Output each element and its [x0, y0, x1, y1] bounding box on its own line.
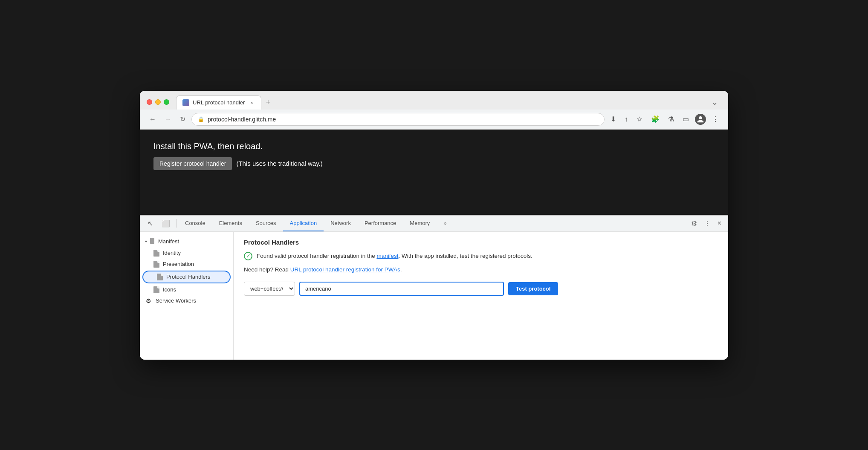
extensions-icon[interactable]: 🧩 [648, 113, 662, 125]
success-row: ✓ Found valid protocol handler registrat… [244, 252, 718, 260]
new-tab-button[interactable]: + [261, 95, 275, 110]
device-toolbar-button[interactable]: ⬜ [157, 216, 174, 231]
icons-file-icon [153, 286, 159, 293]
tab-sources[interactable]: Sources [249, 216, 283, 231]
sidebar-item-icons[interactable]: Icons [140, 284, 233, 295]
success-text-2: . With the app installed, test the regis… [398, 253, 532, 259]
address-bar: ← → ↻ 🔒 protocol-handler.glitch.me ⬇ ↑ ☆… [140, 110, 728, 130]
url-bar[interactable]: 🔒 protocol-handler.glitch.me [191, 113, 605, 126]
devtools-close-button[interactable]: × [714, 217, 725, 230]
help-text-1: Need help? Read [244, 266, 290, 273]
devtools-main-panel: Protocol Handlers ✓ Found valid protocol… [234, 232, 728, 360]
labs-icon[interactable]: ⚗ [665, 113, 677, 125]
menu-icon[interactable]: ⋮ [709, 113, 721, 125]
protocol-handlers-file-icon [157, 274, 163, 280]
toolbar-icons: ⬇ ↑ ☆ 🧩 ⚗ ▭ ⋮ [608, 113, 721, 125]
tab-network[interactable]: Network [324, 216, 358, 231]
lock-icon: 🔒 [198, 116, 204, 122]
browser-window: URL protocol handler × + ⌄ ← → ↻ 🔒 proto… [140, 91, 728, 360]
success-check-icon: ✓ [244, 252, 252, 260]
devtools-settings-button[interactable]: ⚙ [688, 217, 700, 230]
protocol-select[interactable]: web+coffee:// [244, 282, 295, 296]
test-protocol-button[interactable]: Test protocol [508, 282, 558, 295]
tab-favicon [182, 99, 189, 106]
devtools-body: ▾ Manifest Identity Presentation Proto [140, 232, 728, 360]
desktop-icon[interactable]: ▭ [680, 113, 692, 125]
inspect-element-button[interactable]: ↖ [143, 216, 157, 231]
success-text-1: Found valid protocol handler registratio… [257, 253, 376, 259]
download-icon[interactable]: ⬇ [608, 113, 619, 125]
gear-icon: ⚙ [146, 297, 151, 304]
traditional-note: (This uses the traditional way.) [236, 160, 322, 167]
tab-performance[interactable]: Performance [358, 216, 403, 231]
page-headline: Install this PWA, then reload. [153, 141, 715, 151]
sidebar-item-presentation[interactable]: Presentation [140, 259, 233, 270]
minimize-traffic-light[interactable] [155, 99, 161, 105]
active-tab[interactable]: URL protocol handler × [176, 95, 261, 110]
close-traffic-light[interactable] [147, 99, 152, 105]
bookmark-icon[interactable]: ☆ [634, 113, 645, 125]
help-link[interactable]: URL protocol handler registration for PW… [290, 266, 400, 273]
presentation-label: Presentation [163, 261, 194, 267]
title-bar: URL protocol handler × + ⌄ [140, 91, 728, 110]
identity-label: Identity [163, 250, 181, 256]
manifest-icon [150, 237, 156, 245]
traffic-lights [147, 99, 169, 105]
tab-dropdown-button[interactable]: ⌄ [708, 95, 721, 110]
manifest-link[interactable]: manifest [376, 253, 398, 259]
register-protocol-button[interactable]: Register protocol handler [153, 157, 232, 170]
url-text: protocol-handler.glitch.me [208, 116, 276, 123]
devtools-panel: ↖ ⬜ Console Elements Sources Application… [140, 215, 728, 360]
page-content: Install this PWA, then reload. Register … [140, 130, 728, 215]
sidebar-item-protocol-handlers[interactable]: Protocol Handlers [142, 271, 231, 283]
success-message: Found valid protocol handler registratio… [257, 252, 532, 260]
identity-file-icon [153, 250, 159, 257]
refresh-button[interactable]: ↻ [177, 114, 188, 124]
test-protocol-row: web+coffee:// Test protocol [244, 282, 718, 296]
tab-bar: URL protocol handler × + ⌄ [176, 95, 721, 110]
tab-elements[interactable]: Elements [212, 216, 249, 231]
tab-separator [176, 219, 176, 228]
svg-rect-0 [150, 238, 154, 244]
back-button[interactable]: ← [147, 114, 159, 124]
devtools-more-button[interactable]: ⋮ [700, 217, 714, 230]
manifest-section-header[interactable]: ▾ Manifest [140, 235, 233, 248]
help-row: Need help? Read URL protocol handler reg… [244, 265, 718, 274]
manifest-arrow: ▾ [145, 239, 147, 244]
tab-more[interactable]: » [437, 216, 453, 231]
maximize-traffic-light[interactable] [164, 99, 169, 105]
tab-close-button[interactable]: × [248, 99, 255, 106]
tab-application[interactable]: Application [283, 216, 324, 231]
tab-memory[interactable]: Memory [403, 216, 437, 231]
service-workers-label: Service Workers [156, 297, 196, 304]
protocol-input[interactable] [299, 282, 504, 296]
forward-button[interactable]: → [162, 114, 174, 124]
tab-title: URL protocol handler [193, 99, 245, 106]
icons-label: Icons [163, 286, 176, 293]
presentation-file-icon [153, 261, 159, 268]
devtools-tabs: ↖ ⬜ Console Elements Sources Application… [140, 216, 728, 232]
devtools-sidebar: ▾ Manifest Identity Presentation Proto [140, 232, 234, 360]
service-workers-section-header[interactable]: ⚙ Service Workers [140, 295, 233, 306]
protocol-handlers-label: Protocol Handlers [166, 274, 210, 280]
help-text-2: . [400, 266, 402, 273]
share-icon[interactable]: ↑ [622, 114, 631, 125]
tab-console[interactable]: Console [178, 216, 212, 231]
panel-title: Protocol Handlers [244, 239, 718, 246]
manifest-label: Manifest [158, 238, 179, 245]
avatar[interactable] [695, 114, 706, 125]
sidebar-item-identity[interactable]: Identity [140, 248, 233, 259]
